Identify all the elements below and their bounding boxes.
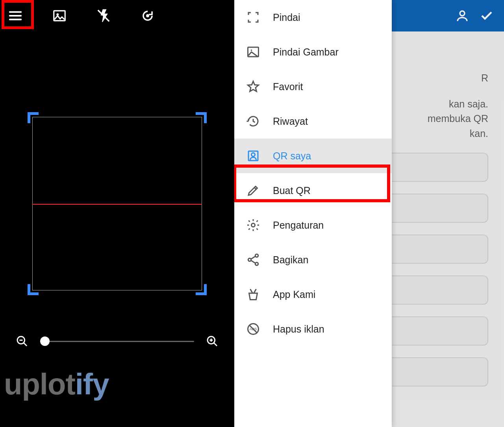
scan-line — [32, 204, 202, 205]
drawer-item-label: Bagikan — [273, 254, 308, 266]
star-icon — [245, 79, 261, 94]
corner-bottom-right — [196, 284, 207, 295]
profile-card-icon — [245, 148, 261, 164]
drawer-item-create-qr[interactable]: Buat QR — [234, 173, 392, 208]
flash-off-button[interactable] — [91, 4, 116, 28]
drawer-item-scan-image[interactable]: Pindai Gambar — [234, 35, 392, 69]
drawer-item-scan[interactable]: Pindai — [234, 0, 392, 35]
no-ads-icon: ADS — [245, 321, 261, 337]
history-icon — [245, 113, 261, 129]
zoom-out-button[interactable] — [15, 334, 29, 348]
svg-point-2 — [146, 15, 149, 17]
drawer-item-remove-ads[interactable]: ADS Hapus iklan — [234, 312, 392, 346]
watermark: uplotify — [4, 367, 109, 401]
image-icon — [245, 44, 261, 60]
hamburger-menu-button[interactable] — [3, 4, 28, 28]
drawer-item-label: Pindai — [273, 12, 300, 23]
watermark-pre: uplot — [4, 367, 75, 401]
image-icon — [52, 8, 67, 23]
top-toolbar — [0, 0, 234, 31]
drawer-item-label: Riwayat — [273, 116, 308, 127]
drawer-item-label: App Kami — [273, 289, 315, 300]
scanner-screen: uplotify — [0, 0, 234, 427]
drawer-item-label: Hapus iklan — [273, 323, 324, 335]
drawer-item-history[interactable]: Riwayat — [234, 104, 392, 139]
hamburger-icon — [8, 8, 23, 23]
drawer-item-label: Pengaturan — [273, 220, 324, 231]
drawer-item-label: QR saya — [273, 150, 311, 162]
drawer-item-favorite[interactable]: Favorit — [234, 69, 392, 104]
svg-point-7 — [251, 50, 252, 51]
menu-over-page-screen: R kan saja. membuka QR kan. Pindai Pinda… — [234, 0, 504, 427]
app-icon — [245, 287, 261, 302]
pencil-icon — [245, 183, 261, 198]
drawer-item-settings[interactable]: Pengaturan — [234, 208, 392, 242]
drawer-item-label: Buat QR — [273, 185, 311, 196]
svg-point-10 — [252, 224, 255, 227]
zoom-controls — [15, 334, 219, 348]
nav-drawer: Pindai Pindai Gambar Favorit Riwayat QR — [234, 0, 392, 427]
zoom-in-button[interactable] — [205, 334, 219, 348]
zoom-slider-thumb[interactable] — [40, 336, 50, 346]
scan-viewfinder — [28, 112, 207, 295]
switch-camera-icon — [140, 8, 155, 23]
svg-point-9 — [252, 153, 255, 157]
drawer-item-share[interactable]: Bagikan — [234, 242, 392, 277]
zoom-slider[interactable] — [40, 341, 194, 342]
flash-off-icon — [96, 8, 111, 23]
zoom-in-icon — [206, 335, 219, 348]
drawer-item-our-apps[interactable]: App Kami — [234, 277, 392, 312]
gear-icon — [245, 217, 261, 233]
drawer-item-label: Pindai Gambar — [273, 46, 339, 58]
watermark-accent: ify — [75, 367, 109, 401]
corner-top-left — [28, 112, 39, 123]
svg-text:ADS: ADS — [250, 327, 257, 331]
switch-camera-button[interactable] — [135, 4, 160, 28]
corner-top-right — [196, 112, 207, 123]
share-icon — [245, 252, 261, 268]
drawer-item-my-qr[interactable]: QR saya — [234, 139, 392, 173]
corner-bottom-left — [28, 284, 39, 295]
zoom-out-icon — [16, 335, 28, 348]
scan-icon — [245, 9, 261, 25]
drawer-item-label: Favorit — [273, 81, 303, 92]
gallery-button[interactable] — [47, 4, 72, 28]
